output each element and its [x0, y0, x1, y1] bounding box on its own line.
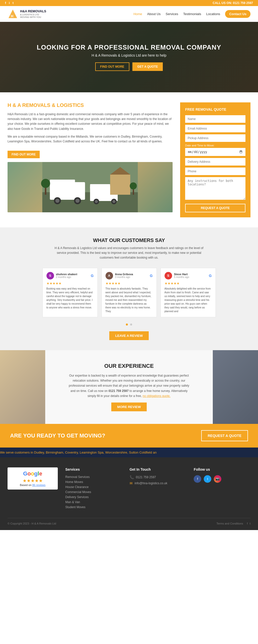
footer-service-item[interactable]: House Clearance — [65, 485, 122, 489]
footer-instagram-button[interactable]: 📷 — [214, 475, 221, 483]
svg-rect-16 — [110, 175, 130, 195]
no-obligations-link[interactable]: no obligations quote. — [143, 394, 171, 398]
instagram-icon[interactable]: i — [9, 1, 10, 5]
svg-point-21 — [130, 182, 137, 189]
review-avatar: S — [46, 272, 54, 279]
email-icon: ✉ — [130, 481, 133, 485]
experience-section: OUR EXPERIENCE Our expertise is backed b… — [0, 350, 258, 424]
footer-phone: 📞 0121 759 2597 — [130, 475, 186, 479]
quote-instructions-input[interactable] — [185, 177, 245, 200]
nav-locations[interactable]: Locations — [206, 12, 220, 16]
footer-bottom: © Copyright 2023 - H & A Removals Ltd Te… — [8, 518, 250, 525]
footer-follow-heading: Follow us — [194, 467, 250, 471]
nav-contact-button[interactable]: Contact Us — [225, 10, 250, 18]
review-header: S Steve Hart 5 months ago G — [165, 272, 212, 279]
svg-point-13 — [95, 200, 98, 203]
experience-heading: OUR EXPERIENCE — [66, 363, 192, 369]
svg-point-7 — [56, 199, 60, 203]
leave-review-button[interactable]: LEAVE A REVIEW — [109, 331, 149, 340]
social-follow: f t 📷 — [194, 475, 250, 483]
quote-pickup-input[interactable] — [185, 134, 245, 142]
footer-services-heading: Services — [65, 467, 122, 471]
svg-point-19 — [41, 179, 50, 188]
about-image — [8, 162, 173, 212]
footer-twitter-button[interactable]: t — [204, 475, 211, 483]
about-para2: We are a reputable removal company based… — [8, 134, 173, 144]
footer-service-item[interactable]: Man & Van — [65, 500, 122, 504]
quote-name-input[interactable] — [185, 115, 245, 123]
carousel-dots — [8, 322, 250, 326]
footer-service-item[interactable]: Home Moves — [65, 480, 122, 484]
nav-links: Home About Us Services Testimonials Loca… — [133, 10, 250, 18]
hero-subheading: H & A Removals & Logistics Ltd are here … — [37, 53, 221, 57]
hero-section: LOOKING FOR A PROFESSIONAL REMOVAL COMPA… — [0, 22, 258, 92]
footer-service-item[interactable]: Commercial Moves — [65, 490, 122, 494]
footer-phone-number[interactable]: 0121 759 2597 — [136, 475, 156, 479]
nav-about[interactable]: About Us — [147, 12, 161, 16]
review-time: 2 months ago — [56, 276, 77, 278]
dot[interactable] — [130, 324, 132, 326]
google-icon: G — [209, 274, 212, 278]
testimonials-subtext: H & A Removals & Logistics Ltd values an… — [54, 246, 204, 260]
quote-submit-button[interactable]: REQUEST A QUOTE — [185, 204, 245, 212]
svg-rect-11 — [90, 184, 110, 189]
footer-terms-link[interactable]: Terms and Conditions — [216, 522, 243, 525]
testimonials-heading: WHAT OUR CUSTOMERS SAY — [8, 237, 250, 243]
hero-get-quote-button[interactable]: GET A QUOTE — [132, 62, 163, 71]
hero-find-out-button[interactable]: FIND OUT MORE — [95, 62, 129, 71]
quote-date-input[interactable] — [185, 148, 245, 156]
cta-request-button[interactable]: REQUEST A QUOTE — [201, 430, 248, 441]
review-stars: ★★★★★ — [46, 281, 94, 285]
hero-buttons: FIND OUT MORE GET A QUOTE — [37, 62, 221, 71]
footer-small-twitter-icon[interactable]: t — [250, 522, 250, 525]
footer-small-facebook-icon[interactable]: f — [247, 522, 248, 525]
footer-service-item[interactable]: Student Moves — [65, 505, 122, 509]
cta-banner: ARE YOU READY TO GET MOVING? REQUEST A Q… — [0, 424, 258, 448]
about-section: H & A REMOVALS & LOGISTICS H&A Removals … — [0, 92, 258, 227]
google-icon: G — [150, 274, 153, 278]
navbar: H H&A REMOVALS & LOGISTICS LTD MOVING WI… — [0, 6, 258, 22]
marquee-text: We serve customers in Dudley, Birmingham… — [0, 451, 258, 454]
footer-service-item[interactable]: Removal Services — [65, 475, 122, 479]
quote-delivery-input[interactable] — [185, 158, 245, 166]
quote-date-label: Date and Time to Move: — [185, 144, 245, 147]
google-logo: Google — [11, 470, 55, 477]
google-reviews-link[interactable]: 86 reviews — [32, 484, 45, 487]
about-find-out-button[interactable]: FIND OUT MORE — [8, 151, 40, 158]
quote-email-input[interactable] — [185, 125, 245, 132]
more-review-button[interactable]: MORE REVIEW — [111, 403, 147, 411]
dot-active[interactable] — [126, 324, 128, 326]
logo-tagline: MOVING WITH YOU — [20, 16, 46, 18]
quote-form-heading: FREE REMOVAL QUOTE — [185, 107, 245, 111]
facebook-icon[interactable]: f — [5, 1, 6, 5]
review-text: Booking was easy and they reached on tim… — [46, 287, 94, 309]
experience-text: Our expertise is backed by a wealth of e… — [66, 373, 192, 399]
hero-content: LOOKING FOR A PROFESSIONAL REMOVAL COMPA… — [37, 44, 221, 71]
footer-service-item[interactable]: Delivery Services — [65, 495, 122, 499]
quote-phone-input[interactable] — [185, 168, 245, 175]
review-header: A Anna Gribova 3 months ago G — [106, 272, 153, 279]
logo: H H&A REMOVALS & LOGISTICS LTD MOVING WI… — [8, 9, 46, 19]
review-card: S Steve Hart 5 months ago G ★★★★★ Absolu… — [161, 268, 216, 317]
nav-testimonials[interactable]: Testimonials — [183, 12, 201, 16]
review-text: This team is absolutely fantastic. They … — [106, 287, 153, 313]
google-badge: Google ★★★★★ Based on 86 reviews — [8, 467, 58, 490]
twitter-icon[interactable]: t — [13, 1, 14, 5]
footer-contact-col: Get In Touch 📞 0121 759 2597 ✉ info@hna-… — [130, 467, 186, 510]
nav-home[interactable]: Home — [133, 12, 142, 16]
review-time: 3 months ago — [115, 276, 133, 278]
footer-services-list: Removal Services Home Moves House Cleara… — [65, 475, 122, 509]
logo-name: H&A REMOVALS — [20, 9, 46, 13]
footer-email: ✉ info@hna-logistics.co.uk — [130, 481, 186, 485]
footer-grid: Google ★★★★★ Based on 86 reviews Service… — [8, 467, 250, 510]
footer-facebook-button[interactable]: f — [194, 475, 201, 483]
quote-form: FREE REMOVAL QUOTE Date and Time to Move… — [180, 102, 250, 217]
about-para1: H&A Removals Ltd is a fast-growing domes… — [8, 112, 173, 131]
call-label: CALL US ON: 0121 759 2597 — [213, 1, 253, 5]
nav-services[interactable]: Services — [166, 12, 178, 16]
marquee-bar: We serve customers in Dudley, Birmingham… — [0, 448, 258, 457]
footer-services-col: Services Removal Services Home Moves Hou… — [65, 467, 122, 510]
footer-email-address[interactable]: info@hna-logistics.co.uk — [135, 481, 167, 485]
google-badge-col: Google ★★★★★ Based on 86 reviews — [8, 467, 58, 510]
about-heading: H & A REMOVALS & LOGISTICS — [8, 102, 173, 108]
